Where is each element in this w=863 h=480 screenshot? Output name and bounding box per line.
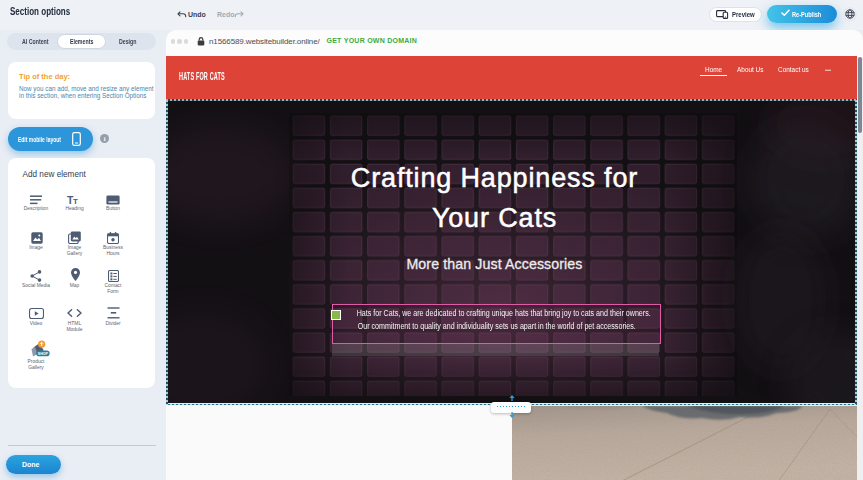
svg-text:SHOP: SHOP [38,352,49,356]
